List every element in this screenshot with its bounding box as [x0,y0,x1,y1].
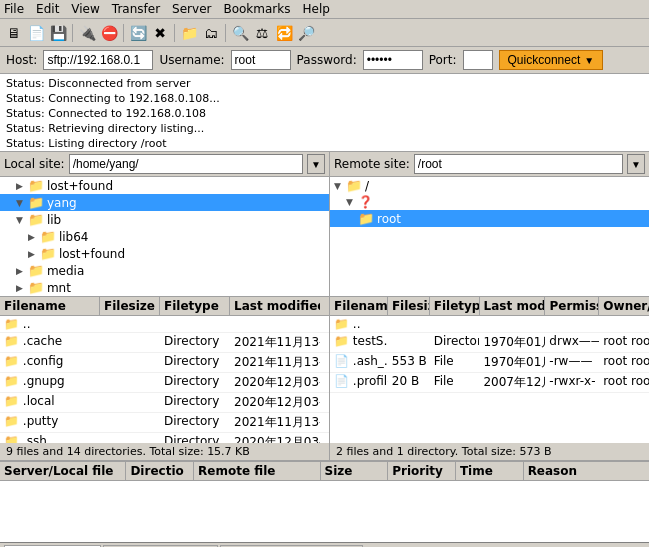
remote-file-owner [599,316,649,332]
remote-col-filesize[interactable]: Filesize [388,297,430,315]
menu-help[interactable]: Help [303,2,330,16]
local-path-dropdown[interactable]: ▼ [307,154,325,174]
toolbar-refresh-icon[interactable]: 🔄 [128,23,148,43]
local-file-row[interactable]: 📁 .. [0,316,329,333]
local-file-size [100,373,160,392]
local-file-type: Directory [160,373,230,392]
toolbar-connect-icon[interactable]: 🔌 [77,23,97,43]
host-input[interactable] [43,50,153,70]
menu-server[interactable]: Server [172,2,211,16]
toolbar-remotedir-icon[interactable]: 🗂 [201,23,221,43]
username-input[interactable] [231,50,291,70]
local-file-date: 2020年12月03-… [230,433,320,443]
remote-file-row[interactable]: 📄 .profile 20 B File 2007年12月-… -rwxr-x-… [330,373,649,393]
remote-files-container: 📁 .. 📁 testS… Directory 1970年01月-… drwx—… [330,316,649,393]
remote-file-type: File [430,353,480,372]
toolbar-disconnect-icon[interactable]: ⛔ [99,23,119,43]
remote-path-dropdown[interactable]: ▼ [627,154,645,174]
local-file-name: 📁 .putty [0,413,100,432]
remote-file-row[interactable]: 📁 testS… Directory 1970年01月-… drwx—— roo… [330,333,649,353]
menu-bookmarks[interactable]: Bookmarks [223,2,290,16]
local-file-row[interactable]: 📁 .config Directory 2021年11月13-… [0,353,329,373]
remote-col-owner[interactable]: Owner/Gr [599,297,649,315]
remote-col-modified[interactable]: Last modified [480,297,546,315]
local-filelist-header: Filename Filesize Filetype Last modified [0,297,329,316]
local-col-modified[interactable]: Last modified [230,297,320,315]
folder-icon: 📁 [28,195,44,210]
local-panel: Local site: ▼ ▶ 📁 lost+found ▼ 📁 yang ▼ … [0,152,330,461]
toolbar-new-site-icon[interactable]: 🖥 [4,23,24,43]
remote-tree-item[interactable]: ▼ ❓ [330,194,649,210]
remote-col-filetype[interactable]: Filetype [430,297,480,315]
toolbar-separator-4 [225,24,226,42]
local-file-row[interactable]: 📁 .ssh Directory 2020年12月03-… [0,433,329,443]
remote-file-row[interactable]: 📁 .. [330,316,649,333]
status-line-1: Status: Disconnected from server [6,76,643,91]
tree-item-label: media [47,264,84,278]
local-file-row[interactable]: 📁 .gnupg Directory 2020年12月03-… [0,373,329,393]
remote-file-owner: root root [599,333,649,352]
toolbar-cancel-icon[interactable]: ✖ [150,23,170,43]
remote-filelist: Filename Filesize Filetype Last modified… [330,297,649,443]
remote-statusbar: 2 files and 1 directory. Total size: 573… [330,443,649,461]
folder-icon: 📁 [358,211,374,226]
remote-file-name: 📁 .. [330,316,388,332]
remote-path-input[interactable] [414,154,623,174]
remote-file-row[interactable]: 📄 .ash_… 553 B File 1970年01月-… -rw—— roo… [330,353,649,373]
toolbar-sync-icon[interactable]: 🔁 [274,23,294,43]
menu-file[interactable]: File [4,2,24,16]
password-input[interactable] [363,50,423,70]
local-tree-item[interactable]: ▶ 📁 mnt [0,279,329,296]
tree-item-label: mnt [47,281,71,295]
bottom-bar: Queued files Failed transfers Successful… [0,542,649,547]
menu-view[interactable]: View [71,2,99,16]
local-file-row[interactable]: 📁 .local Directory 2020年12月03-… [0,393,329,413]
local-file-size [100,393,160,412]
remote-file-perm: -rwxr-x- [545,373,599,392]
port-input[interactable] [463,50,493,70]
folder-icon: 📁 [40,246,56,261]
remote-col-filename[interactable]: Filename [330,297,388,315]
local-tree-item[interactable]: ▶ 📁 lib64 [0,228,329,245]
local-tree-item[interactable]: ▶ 📁 lost+found [0,245,329,262]
remote-col-permission[interactable]: Permission [545,297,599,315]
quickconnect-button[interactable]: Quickconnect ▼ [499,50,604,70]
toolbar-separator-3 [174,24,175,42]
local-file-row[interactable]: 📁 .cache Directory 2021年11月13-… [0,333,329,353]
local-tree-item[interactable]: ▶ 📁 media [0,262,329,279]
local-file-name: 📁 .config [0,353,100,372]
menu-edit[interactable]: Edit [36,2,59,16]
tq-col-priority: Priority [388,462,456,480]
local-tree-item[interactable]: ▼ 📁 lib [0,211,329,228]
remote-file-date [479,316,545,332]
local-col-filetype[interactable]: Filetype [160,297,230,315]
local-file-date: 2021年11月13-… [230,333,320,352]
toolbar-filter-icon[interactable]: 🔍 [230,23,250,43]
folder-icon: 📁 [346,178,362,193]
local-col-filesize[interactable]: Filesize [100,297,160,315]
toolbar-find-icon[interactable]: 🔎 [296,23,316,43]
toolbar-localdir-icon[interactable]: 📁 [179,23,199,43]
toolbar-compare-icon[interactable]: ⚖ [252,23,272,43]
toolbar-save-icon[interactable]: 💾 [48,23,68,43]
local-tree-item[interactable]: ▶ 📁 lost+found [0,177,329,194]
remote-tree-item[interactable]: ▼ 📁 / [330,177,649,194]
local-file-row[interactable]: 📁 .putty Directory 2021年11月13-… [0,413,329,433]
toolbar-open-icon[interactable]: 📄 [26,23,46,43]
username-label: Username: [159,53,224,67]
tree-expand-icon: ▼ [334,181,341,191]
tree-item-label: / [365,179,369,193]
tree-expand-icon: ▼ [346,197,353,207]
local-tree-item[interactable]: ▼ 📁 yang [0,194,329,211]
tree-collapse-icon: ▶ [28,249,35,259]
tq-col-server: Server/Local file [0,462,126,480]
status-log: Status: Disconnected from server Status:… [0,74,649,152]
local-file-date: 2021年11月13-… [230,413,320,432]
remote-site-label: Remote site: [334,157,410,171]
local-path-input[interactable] [69,154,303,174]
tq-col-time: Time [456,462,524,480]
local-col-filename[interactable]: Filename [0,297,100,315]
menu-transfer[interactable]: Transfer [112,2,160,16]
host-label: Host: [6,53,37,67]
remote-tree-item[interactable]: 📁 root [330,210,649,227]
